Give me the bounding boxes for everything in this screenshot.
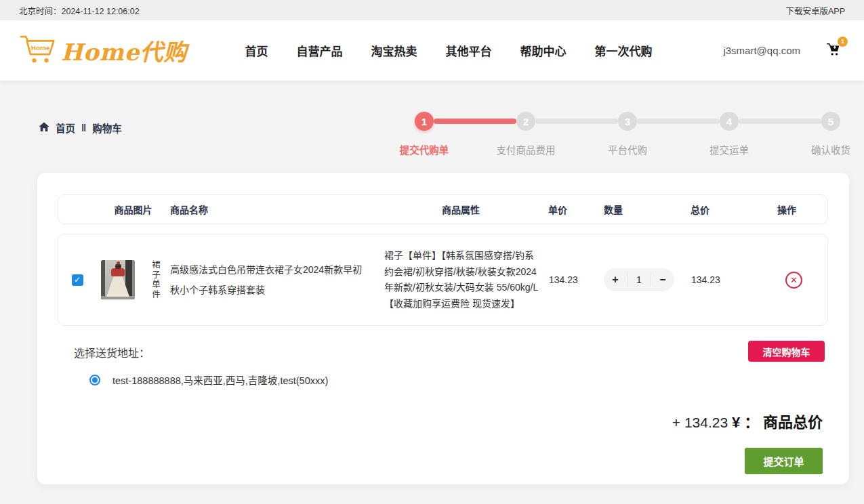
- step-4-circle: 4: [720, 112, 739, 131]
- breadcrumb: 首页 ‖ 购物车: [39, 121, 122, 135]
- address-radio[interactable]: [89, 375, 100, 385]
- address-actions-row: 选择送货地址： 清空购物车: [58, 341, 828, 362]
- quantity-value[interactable]: 1: [627, 273, 651, 287]
- header-right: j3smart@qq.com 1: [723, 42, 845, 60]
- order-progress-steps: 1 提交代购单 2 支付商品费用 3 平台代购 4 提交运单 5 确认收货: [373, 112, 864, 156]
- breadcrumb-separator: ‖: [81, 123, 86, 133]
- step-confirm-receipt: 5 确认收货: [780, 112, 864, 156]
- step-2-label: 支付商品费用: [497, 142, 556, 156]
- clear-cart-button[interactable]: 清空购物车: [748, 341, 825, 362]
- action-cell: ✕: [777, 272, 827, 289]
- site-logo[interactable]: Home Home代购: [19, 33, 187, 68]
- summary-currency: ¥: [732, 414, 740, 431]
- nav-item-taobao-hot[interactable]: 淘宝热卖: [371, 42, 417, 59]
- product-attributes: 裙子【单件】【韩系氛围感穿搭/钓系约会裙/初秋穿搭/秋装/秋装女款2024年新款…: [373, 248, 548, 312]
- step-connector: [535, 119, 618, 124]
- step-5-label: 确认收货: [811, 142, 850, 156]
- step-4-label: 提交运单: [709, 142, 749, 156]
- nav-item-first-time[interactable]: 第一次代购: [594, 42, 652, 59]
- cart-icon: [826, 47, 841, 59]
- col-header-name: 商品名称: [170, 203, 373, 216]
- delete-item-icon[interactable]: ✕: [785, 272, 802, 289]
- download-app-link[interactable]: 下载安卓版APP: [785, 4, 845, 17]
- submit-row: 提交订单: [58, 448, 828, 474]
- col-header-quantity: 数量: [604, 203, 691, 216]
- breadcrumb-steps-zone: 首页 ‖ 购物车 1 提交代购单 2 支付商品费用 3 平台代购 4 提交运单 …: [0, 81, 864, 173]
- step-1-circle: 1: [415, 112, 434, 131]
- step-3-circle: 3: [618, 112, 637, 131]
- col-header-unit-price: 单价: [548, 203, 604, 216]
- header-cart-button[interactable]: 1: [826, 42, 845, 60]
- top-utility-bar: 北京时间：2024-11-12 12:06:02 下载安卓版APP: [0, 0, 864, 20]
- nav-item-home[interactable]: 首页: [245, 42, 268, 59]
- step-connector: [637, 119, 720, 124]
- product-image-caption: 裙子单件: [150, 260, 159, 299]
- quantity-stepper: + 1 −: [604, 268, 674, 291]
- step-5-circle: 5: [821, 112, 840, 131]
- unit-price-value: 134.23: [548, 274, 604, 285]
- cart-item-row: ✓ 裙子单件 高级感法式白色吊带连衣裙子女2024新款早初秋小个子韩系穿搭套装 …: [58, 234, 828, 326]
- summary-amount: + 134.23: [672, 415, 728, 430]
- user-email[interactable]: j3smart@qq.com: [723, 45, 800, 56]
- nav-item-other-platforms[interactable]: 其他平台: [445, 42, 491, 59]
- address-option-row: test-188888888,马来西亚,西马,吉隆坡,test(50xxx): [58, 373, 828, 387]
- nav-item-help-center[interactable]: 帮助中心: [520, 42, 566, 59]
- summary-separator: ：: [744, 414, 759, 431]
- summary-label: 商品总价: [763, 414, 823, 431]
- step-connector: [434, 119, 516, 124]
- col-header-image: 商品图片: [96, 203, 170, 216]
- item-image-cell: 裙子单件: [96, 260, 170, 299]
- svg-text:Home: Home: [31, 43, 50, 51]
- step-3-label: 平台代购: [608, 142, 647, 156]
- main-nav: 首页 自营产品 淘宝热卖 其他平台 帮助中心 第一次代购: [245, 42, 652, 59]
- main-header: Home Home代购 首页 自营产品 淘宝热卖 其他平台 帮助中心 第一次代购…: [0, 20, 864, 81]
- cart-card: 商品图片 商品名称 商品属性 单价 数量 总价 操作 ✓ 裙子单件 高级感法式白…: [37, 173, 849, 484]
- step-1-label: 提交代购单: [400, 142, 449, 156]
- quantity-decrease-button[interactable]: −: [651, 274, 674, 286]
- col-header-action: 操作: [777, 203, 827, 216]
- breadcrumb-current: 购物车: [92, 121, 122, 135]
- breadcrumb-home-link[interactable]: 首页: [56, 121, 75, 135]
- cart-logo-icon: Home: [19, 33, 56, 68]
- cart-count-badge: 1: [838, 37, 848, 47]
- site-logo-text: Home代购: [61, 34, 187, 67]
- quantity-increase-button[interactable]: +: [604, 274, 627, 286]
- step-2-circle: 2: [516, 112, 535, 131]
- col-header-attrs: 商品属性: [373, 203, 548, 216]
- nav-item-self-products[interactable]: 自营产品: [296, 42, 342, 59]
- cart-table-header: 商品图片 商品名称 商品属性 单价 数量 总价 操作: [58, 194, 828, 224]
- beijing-time-label: 北京时间：2024-11-12 12:06:02: [19, 4, 140, 17]
- product-image[interactable]: [101, 260, 135, 299]
- step-connector: [739, 119, 821, 124]
- total-price-value: 134.23: [691, 274, 777, 285]
- submit-order-button[interactable]: 提交订单: [745, 448, 823, 474]
- home-icon: [39, 122, 49, 134]
- quantity-cell: + 1 −: [604, 268, 691, 291]
- address-section-label: 选择送货地址：: [74, 341, 150, 360]
- order-summary: + 134.23 ¥ ： 商品总价: [58, 410, 828, 432]
- address-option-text: test-188888888,马来西亚,西马,吉隆坡,test(50xxx): [112, 373, 328, 387]
- col-header-total: 总价: [691, 203, 777, 216]
- item-checkbox[interactable]: ✓: [72, 274, 83, 286]
- item-checkbox-cell: ✓: [58, 274, 96, 286]
- product-name[interactable]: 高级感法式白色吊带连衣裙子女2024新款早初秋小个子韩系穿搭套装: [170, 259, 373, 300]
